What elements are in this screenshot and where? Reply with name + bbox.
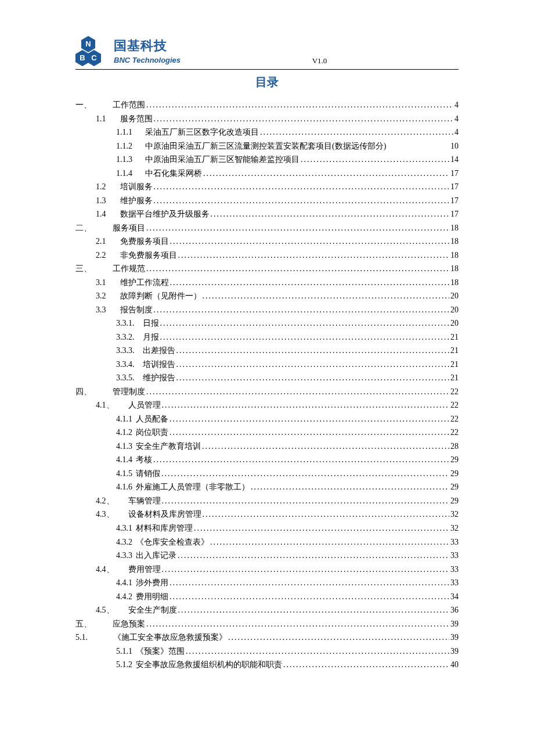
svg-text:N: N: [85, 39, 91, 48]
toc-entry-page: 4: [454, 98, 459, 112]
toc-leader-dots: [194, 521, 449, 535]
toc-leader-dots: [146, 98, 453, 112]
toc-entry-page: 33: [450, 549, 459, 563]
toc-entry-label: 应急预案: [113, 617, 145, 631]
toc-leader-dots: [162, 398, 450, 412]
toc-entry-page: 29: [450, 467, 459, 481]
version-text: V1.0: [181, 56, 459, 67]
toc-entry-num: 5.1.1: [116, 645, 132, 658]
toc-leader-dots: [160, 330, 450, 344]
toc-entry-num: 3.2: [96, 289, 106, 303]
toc-leader-dots: [153, 453, 449, 467]
toc-entry: 4.5、安全生产制度36: [75, 603, 459, 617]
toc-entry: 4.4、费用管理33: [75, 563, 459, 577]
toc-entry-page: 39: [450, 631, 459, 645]
toc-entry-num: 三、: [75, 262, 92, 276]
toc-entry-page: 28: [450, 440, 459, 453]
svg-text:B: B: [80, 53, 85, 62]
toc-entry: 3.3报告制度20: [75, 303, 459, 317]
toc-entry-label: 《施工安全事故应急救援预案》: [113, 631, 227, 645]
toc-entry-page: 4: [454, 112, 459, 126]
hex-logo-icon: N B C: [75, 35, 110, 67]
toc-entry-label: 出入库记录: [136, 549, 176, 563]
toc-entry: 1.4数据平台维护及升级服务17: [75, 207, 459, 221]
toc-entry-label: 中石化集采网桥: [145, 167, 202, 181]
toc-entry-label: 考核: [136, 453, 152, 467]
toc-entry: 5.1.2安全事故应急救援组织机构的职能和职责40: [75, 658, 459, 672]
toc-entry: 3.2故障判断（见附件一）20: [75, 289, 459, 303]
toc-entry: 4.4.2费用明细34: [75, 590, 459, 604]
toc-entry-num: 5.1.: [75, 631, 88, 645]
toc-leader-dots: [146, 617, 449, 631]
toc-entry-label: 安全事故应急救援组织机构的职能和职责: [136, 658, 282, 672]
toc-entry-page: 21: [450, 358, 459, 372]
toc-entry-page: 20: [450, 316, 459, 330]
toc-entry-label: 免费服务项目: [120, 235, 169, 249]
toc-leader-dots: [154, 303, 450, 317]
toc-entry: 5.1.《施工安全事故应急救援预案》39: [75, 631, 459, 645]
toc-leader-dots: [146, 385, 449, 399]
toc-leader-dots: [176, 344, 450, 358]
logo-text: 国基科技 BNC Technologies: [114, 37, 181, 64]
toc-entry-label: 非免费服务项目: [120, 249, 177, 262]
toc-entry-page: 36: [450, 603, 459, 617]
toc-entry-label: 月报: [143, 330, 159, 344]
toc-entry-label: 中原油田采油五厂新三区智能输差监控项目: [145, 153, 300, 167]
toc-entry-num: 1.4: [96, 207, 106, 221]
toc-entry: 1.3维护服务17: [75, 194, 459, 208]
toc-entry: 3.3.2.月报21: [75, 330, 459, 344]
toc-entry-page: 33: [450, 576, 459, 590]
toc-entry: 4.1.4考核29: [75, 453, 459, 467]
toc-entry-num: 4.1.6: [116, 480, 132, 494]
toc-entry-page: 18: [450, 249, 459, 262]
toc-leader-dots: [162, 563, 450, 577]
toc-entry-num: 4.4.2: [116, 590, 132, 604]
toc-entry-label: 材料和库房管理: [136, 521, 193, 535]
toc-entry-num: 3.3: [96, 303, 106, 317]
toc-leader-dots: [154, 194, 450, 208]
toc-entry: 1.1.3中原油田采油五厂新三区智能输差监控项目14: [75, 153, 459, 167]
toc-entry: 4.4.1涉外费用33: [75, 576, 459, 590]
toc-entry-label: 故障判断（见附件一）: [120, 289, 201, 303]
logo-cn-text: 国基科技: [114, 37, 181, 55]
toc-entry-label: 管理制度: [113, 385, 145, 399]
toc-leader-dots: [178, 603, 450, 617]
toc-entry: 3.3.4.培训报告21: [75, 358, 459, 372]
toc-entry-num: 3.3.3.: [116, 344, 135, 358]
logo-en-text: BNC Technologies: [114, 56, 181, 64]
toc-entry-label: 请销假: [136, 467, 160, 481]
toc-leader-dots: [202, 440, 449, 453]
toc-entry-page: 17: [450, 167, 459, 181]
toc-entry-page: 22: [450, 398, 459, 412]
toc-entry-label: 费用明细: [136, 590, 168, 604]
toc-leader-dots: [170, 276, 450, 290]
toc-entry-page: 21: [450, 371, 459, 385]
toc-entry-num: 4.3.3: [116, 549, 132, 563]
toc-entry-page: 29: [450, 480, 459, 494]
toc-entry-num: 4.1.4: [116, 453, 132, 467]
toc-leader-dots: [203, 167, 449, 181]
toc-entry-page: 22: [450, 385, 459, 399]
toc-entry-num: 4.3.2: [116, 535, 132, 549]
toc-entry: 3.3.1.日报20: [75, 316, 459, 330]
toc-entry-page: 17: [450, 194, 459, 208]
toc-entry-num: 3.3.1.: [116, 316, 135, 330]
toc-entry-num: 一、: [75, 98, 92, 112]
toc-entry-page: 10: [450, 139, 459, 153]
company-logo: N B C 国基科技 BNC Technologies: [75, 35, 181, 67]
toc-entry-num: 1.1.2: [116, 139, 132, 153]
toc-entry-num: 3.3.4.: [116, 358, 135, 372]
toc-leader-dots: [154, 112, 454, 126]
toc-leader-dots: [228, 631, 449, 645]
toc-entry: 3.1维护工作流程18: [75, 276, 459, 290]
toc-entry: 4.1.3安全生产教育培训28: [75, 440, 459, 453]
toc-entry-num: 4.5、: [96, 603, 114, 617]
toc-entry: 4.3.3出入库记录33: [75, 549, 459, 563]
toc-entry: 1.1.2中原油田采油五厂新三区流量测控装置安装配套项目(数据远传部分) 10: [75, 139, 459, 153]
toc-entry: 4.1、人员管理22: [75, 398, 459, 412]
toc-entry-label: 中原油田采油五厂新三区流量测控装置安装配套项目(数据远传部分): [145, 139, 386, 153]
toc-entry-page: 32: [450, 507, 459, 521]
toc-entry-page: 18: [450, 235, 459, 249]
toc-entry-num: 4.1、: [96, 398, 114, 412]
toc-entry-label: 《预案》范围: [136, 645, 185, 658]
